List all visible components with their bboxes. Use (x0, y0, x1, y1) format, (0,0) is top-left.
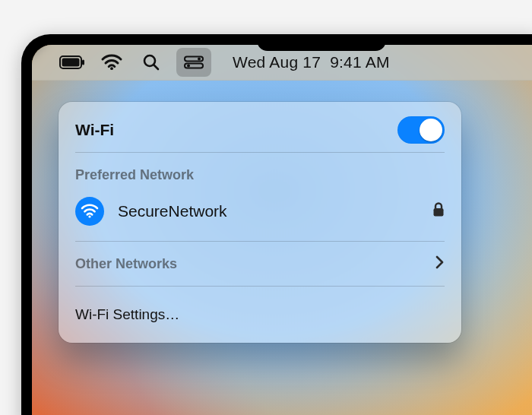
control-center-icon[interactable] (176, 48, 211, 77)
svg-rect-1 (62, 59, 80, 67)
panel-title: Wi-Fi (75, 121, 114, 139)
device-frame: Wed Aug 179:41 AM Wi-Fi Preferred Networ… (21, 34, 532, 415)
chevron-right-icon (435, 255, 445, 272)
network-name: SecureNetwork (118, 202, 227, 220)
clock-date: Wed Aug 17 (233, 53, 321, 71)
other-networks-label: Other Networks (75, 256, 177, 272)
lock-icon (432, 202, 445, 221)
camera-notch (257, 34, 386, 51)
svg-point-9 (187, 65, 190, 68)
separator (75, 152, 445, 153)
wifi-panel: Wi-Fi Preferred Network (59, 102, 461, 343)
clock-time: 9:41 AM (330, 53, 390, 71)
wifi-settings-row[interactable]: Wi-Fi Settings… (59, 293, 461, 335)
svg-point-7 (198, 58, 201, 61)
svg-point-3 (110, 67, 113, 70)
svg-rect-11 (434, 208, 444, 217)
separator (75, 286, 445, 287)
svg-rect-2 (82, 60, 84, 65)
menubar-clock[interactable]: Wed Aug 179:41 AM (233, 53, 390, 71)
preferred-network-label: Preferred Network (75, 167, 194, 183)
svg-point-10 (88, 215, 90, 217)
wifi-status-icon[interactable] (102, 52, 122, 72)
wifi-toggle[interactable] (397, 116, 445, 144)
battery-icon[interactable] (62, 52, 82, 72)
separator (75, 241, 445, 242)
network-row[interactable]: SecureNetwork (59, 191, 461, 235)
svg-line-5 (154, 65, 159, 70)
wifi-icon (75, 197, 104, 226)
wifi-settings-label: Wi-Fi Settings… (75, 306, 179, 323)
other-networks-row[interactable]: Other Networks (59, 248, 461, 280)
toggle-knob (420, 119, 442, 141)
spotlight-search-icon[interactable] (141, 52, 161, 72)
